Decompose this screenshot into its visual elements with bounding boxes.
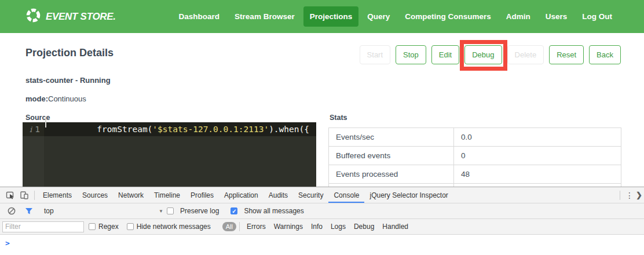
filter-level-warnings[interactable]: Warnings <box>270 223 307 231</box>
code-token-string: '$stats-127.0.0.1:2113' <box>152 125 269 134</box>
source-code-editor[interactable]: i 1 fromStream('$stats-127.0.0.1:2113').… <box>23 122 316 187</box>
filter-level-handled[interactable]: Handled <box>378 223 412 231</box>
debug-button-wrapper: Debug <box>464 45 502 64</box>
tab-timeline[interactable]: Timeline <box>149 187 185 203</box>
console-prompt[interactable]: > <box>0 235 644 255</box>
mode-label: mode: <box>25 94 48 103</box>
code-token <box>309 125 316 134</box>
filter-level-errors[interactable]: Errors <box>243 223 270 231</box>
tab-elements[interactable]: Elements <box>38 187 77 203</box>
execution-context-selector[interactable]: top ▼ <box>44 207 163 215</box>
brand-text: EVENT STORE. <box>46 11 116 23</box>
delete-button[interactable]: Delete <box>507 45 544 64</box>
eventstore-ring-icon <box>25 8 41 26</box>
code-token: fromStream( <box>97 125 152 134</box>
filter-all-pill[interactable]: All <box>222 222 236 231</box>
stats-table: Events/sec 0.0 Buffered events 0 Events … <box>328 128 621 187</box>
annotation-info-icon: i <box>30 125 32 134</box>
overflow-chevron-icon[interactable]: ❯ <box>636 191 644 199</box>
nav-competing-consumers[interactable]: Competing Consumers <box>398 6 497 27</box>
brand-logo[interactable]: EVENT STORE. <box>25 8 116 26</box>
tabbar-right-controls: ⋮ ❯ <box>617 191 644 200</box>
stop-button[interactable]: Stop <box>396 45 426 64</box>
code-line[interactable]: fromStream('$stats-127.0.0.1:2113').when… <box>44 115 316 143</box>
text-cursor <box>45 116 46 128</box>
filter-level-debug[interactable]: Debug <box>350 223 378 231</box>
nav-query[interactable]: Query <box>361 6 396 27</box>
hide-network-messages-label[interactable]: Hide network messages <box>137 223 211 231</box>
stats-heading: Stats <box>330 114 347 122</box>
device-toolbar-icon[interactable] <box>17 189 31 202</box>
table-row: Buffered events 0 <box>329 147 621 165</box>
nav-dashboard[interactable]: Dashboard <box>173 6 226 27</box>
stat-label: Events/sec <box>329 128 454 146</box>
filter-level-info[interactable]: Info <box>307 223 327 231</box>
nav-stream-browser[interactable]: Stream Browser <box>228 6 301 27</box>
debug-button[interactable]: Debug <box>464 45 502 64</box>
chevron-down-icon: ▼ <box>159 209 163 214</box>
stat-value: 0 <box>454 151 466 160</box>
nav-admin[interactable]: Admin <box>500 6 537 27</box>
table-row: Events/sec 0.0 <box>329 128 621 147</box>
line-number: 1 <box>35 125 40 134</box>
console-filterbar: Regex Hide network messages All Errors W… <box>0 219 644 235</box>
action-buttons: Start Stop Edit Debug Delete Reset Back <box>360 45 621 64</box>
preserve-log-checkbox[interactable] <box>167 207 174 214</box>
tab-audits[interactable]: Audits <box>264 187 293 203</box>
stat-value: 48 <box>454 170 470 178</box>
reset-button[interactable]: Reset <box>549 45 584 64</box>
filter-funnel-icon[interactable] <box>22 205 36 217</box>
stat-label: Buffered events <box>329 147 454 165</box>
code-token: ).when({ <box>269 125 309 134</box>
nav-items: Dashboard Stream Browser Projections Que… <box>173 6 619 27</box>
back-button[interactable]: Back <box>589 45 621 64</box>
context-value: top <box>44 207 54 215</box>
page-title: Projection Details <box>25 47 114 59</box>
editor-gutter <box>23 136 44 187</box>
tab-profiles[interactable]: Profiles <box>185 187 219 203</box>
devtools-tabbar: Elements Sources Network Timeline Profil… <box>0 187 644 203</box>
code-line-1: i 1 fromStream('$stats-127.0.0.1:2113').… <box>23 122 316 136</box>
devtools-menu-icon[interactable]: ⋮ <box>623 191 636 200</box>
nav-projections[interactable]: Projections <box>303 6 359 27</box>
clear-console-icon[interactable] <box>5 205 19 217</box>
start-button[interactable]: Start <box>360 45 390 64</box>
tab-network[interactable]: Network <box>113 187 149 203</box>
table-row: Events processed 48 <box>329 165 621 184</box>
console-toolbar: top ▼ Preserve log ✓ Show all messages <box>0 203 644 219</box>
gutter-cell: i 1 <box>23 122 44 136</box>
regex-label[interactable]: Regex <box>98 223 119 231</box>
top-navbar: EVENT STORE. Dashboard Stream Browser Pr… <box>0 0 644 33</box>
separator <box>239 222 240 231</box>
projection-mode: mode:Continuous <box>25 94 86 103</box>
show-all-messages-label[interactable]: Show all messages <box>244 207 303 215</box>
show-all-messages-checkbox[interactable]: ✓ <box>230 207 237 214</box>
projection-status: stats-counter - Running <box>25 76 111 85</box>
inspect-element-icon[interactable] <box>3 189 17 202</box>
console-prompt-chevron-icon: > <box>5 239 10 247</box>
nav-logout[interactable]: Log Out <box>576 6 619 27</box>
hide-network-messages-checkbox[interactable] <box>127 223 134 230</box>
nav-users[interactable]: Users <box>539 6 574 27</box>
tab-application[interactable]: Application <box>219 187 264 203</box>
filter-level-logs[interactable]: Logs <box>327 223 350 231</box>
stat-label: Events processed <box>329 165 454 183</box>
tab-security[interactable]: Security <box>293 187 328 203</box>
screen: EVENT STORE. Dashboard Stream Browser Pr… <box>0 0 644 255</box>
regex-checkbox[interactable] <box>89 223 96 230</box>
tab-console[interactable]: Console <box>328 187 364 203</box>
stat-value: 0.0 <box>454 133 472 141</box>
devtools-panel: Elements Sources Network Timeline Profil… <box>0 187 644 255</box>
edit-button[interactable]: Edit <box>431 45 459 64</box>
filter-input[interactable] <box>2 221 84 232</box>
tab-jquery-selector-inspector[interactable]: jQuery Selector Inspector <box>364 187 453 203</box>
separator <box>620 191 620 200</box>
separator <box>34 191 35 200</box>
mode-value: Continuous <box>48 94 86 103</box>
preserve-log-label[interactable]: Preserve log <box>180 207 219 215</box>
main-content: Projection Details Start Stop Edit Debug… <box>0 33 644 187</box>
tab-sources[interactable]: Sources <box>77 187 113 203</box>
